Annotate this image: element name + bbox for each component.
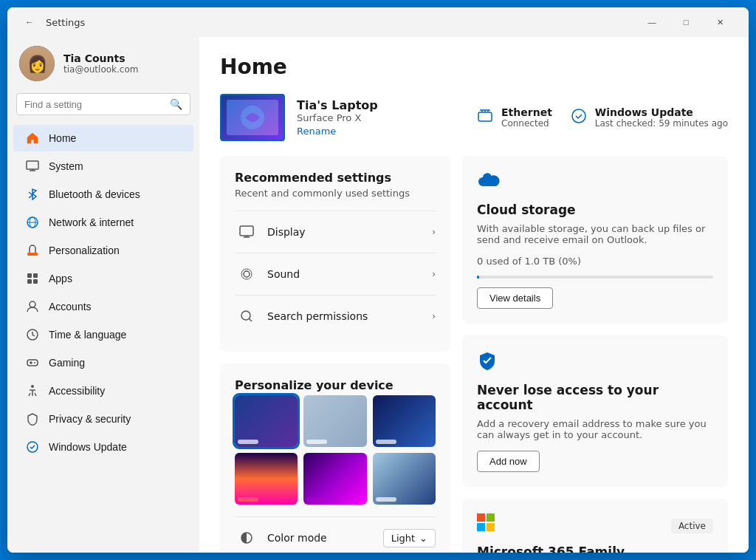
svg-point-31 <box>244 271 250 277</box>
apps-icon <box>25 271 40 286</box>
sidebar-item-gaming[interactable]: Gaming <box>13 349 193 376</box>
wallpaper-grid <box>235 395 436 505</box>
wallpaper-6[interactable] <box>373 453 436 505</box>
back-button[interactable]: ← <box>19 12 40 33</box>
sidebar-item-windows-update[interactable]: Windows Update <box>13 434 193 460</box>
status-pills: Ethernet Connected Windows Update Last c… <box>476 106 728 129</box>
sidebar-item-accessibility-label: Accessibility <box>49 385 105 397</box>
time-icon <box>25 327 40 342</box>
storage-usage-text: 0 used of 1.0 TB (0%) <box>477 256 713 267</box>
sidebar: 👩 Tia Counts tia@outlook.com 🔍 Home <box>7 37 199 553</box>
sidebar-item-bluetooth[interactable]: Bluetooth & devices <box>13 181 193 208</box>
color-mode-label: Color mode <box>267 532 383 544</box>
right-column: Cloud storage With available storage, yo… <box>462 156 728 553</box>
status-windows-update: Windows Update Last checked: 59 minutes … <box>570 106 728 129</box>
microsoft-logo <box>477 513 495 531</box>
accounts-icon <box>25 299 40 314</box>
sidebar-item-system[interactable]: System <box>13 153 193 180</box>
svg-rect-22 <box>478 112 492 121</box>
sidebar-item-personalization[interactable]: Personalization <box>13 237 193 264</box>
home-icon <box>25 131 40 146</box>
sidebar-item-home[interactable]: Home <box>13 125 193 151</box>
sound-chevron-icon: › <box>432 269 436 279</box>
microsoft365-card: Active Microsoft 365 Family You have 1 T… <box>462 499 728 553</box>
account-security-card: Never lose access to your account Add a … <box>462 335 728 487</box>
device-bar: Tia's Laptop Surface Pro X Rename Ethern… <box>220 94 728 141</box>
color-mode-row[interactable]: Color mode Light ⌄ <box>235 516 436 553</box>
search-permissions-label: Search permissions <box>267 310 432 322</box>
svg-point-19 <box>31 385 34 388</box>
sidebar-item-accounts[interactable]: Accounts <box>13 293 193 320</box>
view-details-button[interactable]: View details <box>477 287 553 309</box>
sidebar-item-privacy[interactable]: Privacy & security <box>13 406 193 432</box>
svg-rect-12 <box>33 279 38 284</box>
sidebar-item-apps-label: Apps <box>49 273 72 284</box>
wallpaper-2[interactable] <box>303 395 366 447</box>
sidebar-item-network[interactable]: Network & internet <box>13 209 193 236</box>
two-col-layout: Recommended settings Recent and commonly… <box>220 156 728 553</box>
content-area: 👩 Tia Counts tia@outlook.com 🔍 Home <box>7 37 749 553</box>
svg-line-34 <box>249 318 252 321</box>
wallpaper-3[interactable] <box>373 395 436 447</box>
svg-rect-11 <box>27 279 32 284</box>
color-mode-select[interactable]: Light ⌄ <box>383 529 436 547</box>
sidebar-item-accessibility[interactable]: Accessibility <box>13 378 193 404</box>
account-security-title: Never lose access to your account <box>477 383 713 412</box>
status-ethernet: Ethernet Connected <box>476 106 552 129</box>
display-icon <box>235 220 258 244</box>
window-controls: ― □ ✕ <box>635 10 737 34</box>
recommended-sub: Recent and commonly used settings <box>235 188 436 199</box>
sidebar-item-privacy-label: Privacy & security <box>49 413 131 425</box>
svg-rect-10 <box>33 273 38 278</box>
search-permissions-icon <box>235 304 258 328</box>
display-chevron-icon: › <box>432 227 436 237</box>
settings-row-sound[interactable]: Sound › <box>235 253 436 295</box>
svg-point-32 <box>241 269 252 279</box>
wallpaper-5[interactable] <box>303 453 366 505</box>
update-sub: Last checked: 59 minutes ago <box>595 118 728 129</box>
svg-point-18 <box>34 362 35 363</box>
close-button[interactable]: ✕ <box>703 10 737 34</box>
titlebar: ← Settings ― □ ✕ <box>7 7 749 37</box>
search-box[interactable]: 🔍 <box>16 93 190 115</box>
color-mode-icon <box>235 526 258 550</box>
personalize-title: Personalize your device <box>235 378 436 392</box>
sidebar-item-time[interactable]: Time & language <box>13 321 193 348</box>
color-mode-value: Light <box>391 533 415 544</box>
account-security-desc: Add a recovery email address to make sur… <box>477 418 713 440</box>
minimize-button[interactable]: ― <box>635 10 669 34</box>
main-content: Home Tia's Laptop Surface Pro X Rename <box>199 37 749 553</box>
maximize-icon: □ <box>684 18 689 27</box>
gaming-icon <box>25 355 40 370</box>
wallpaper-4[interactable] <box>235 453 298 505</box>
personalize-card: Personalize your device <box>220 363 450 553</box>
maximize-button[interactable]: □ <box>669 10 703 34</box>
cloud-storage-desc: With available storage, you can back up … <box>477 223 713 245</box>
settings-row-display[interactable]: Display › <box>235 211 436 253</box>
settings-row-search[interactable]: Search permissions › <box>235 295 436 337</box>
search-chevron-icon: › <box>432 311 436 321</box>
sidebar-item-accounts-label: Accounts <box>49 301 92 313</box>
bluetooth-icon <box>25 187 40 202</box>
cloud-storage-card: Cloud storage With available storage, yo… <box>462 156 728 324</box>
ethernet-icon <box>476 107 494 129</box>
sidebar-item-network-label: Network & internet <box>49 216 134 228</box>
cloud-icon <box>477 171 713 195</box>
page-title: Home <box>220 55 728 79</box>
svg-rect-8 <box>27 253 38 256</box>
profile-info: Tia Counts tia@outlook.com <box>63 52 138 75</box>
recommended-title: Recommended settings <box>235 171 436 185</box>
microsoft365-title: Microsoft 365 Family <box>477 544 713 553</box>
search-input[interactable] <box>24 99 164 110</box>
sidebar-item-gaming-label: Gaming <box>49 357 85 369</box>
ethernet-status: Connected <box>501 118 552 129</box>
add-now-button[interactable]: Add now <box>477 451 540 472</box>
wallpaper-1[interactable] <box>235 395 298 447</box>
recommended-settings-card: Recommended settings Recent and commonly… <box>220 156 450 352</box>
accessibility-icon <box>25 383 40 398</box>
window-title: Settings <box>46 17 635 28</box>
avatar: 👩 <box>19 46 55 81</box>
device-name: Tia's Laptop <box>297 98 464 112</box>
sidebar-item-apps[interactable]: Apps <box>13 265 193 292</box>
device-rename-link[interactable]: Rename <box>297 126 336 137</box>
